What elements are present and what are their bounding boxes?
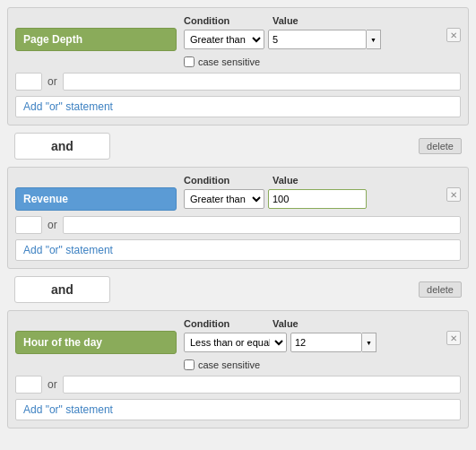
case-sensitive-checkbox-1[interactable] xyxy=(184,56,195,67)
delete-btn-1[interactable]: delete xyxy=(419,138,462,154)
value-header-2: Value xyxy=(273,175,380,186)
value-dropdown-btn-1[interactable] xyxy=(367,30,381,49)
value-header-3: Value xyxy=(273,318,380,329)
field-label-3: Hour of the day xyxy=(15,331,177,354)
value-input-2[interactable] xyxy=(268,189,367,209)
or-row-3: or xyxy=(15,376,461,394)
or-input-1[interactable] xyxy=(63,73,461,91)
case-sensitive-row-1: case sensitive xyxy=(184,56,461,67)
case-sensitive-label-1: case sensitive xyxy=(198,56,260,67)
or-label-2: or xyxy=(48,219,57,231)
and-label-1: and xyxy=(14,133,110,160)
condition-area-3: Greater than Less than Equal to Less tha… xyxy=(184,333,376,352)
add-or-btn-2[interactable]: Add "or" statement xyxy=(15,239,461,261)
and-label-2: and xyxy=(14,276,110,303)
filter-builder: Condition Value Page Depth Greater than … xyxy=(0,0,476,439)
condition-select-1[interactable]: Greater than Less than Equal to Less tha… xyxy=(184,30,264,49)
or-row-2: or xyxy=(15,216,461,234)
or-input-2[interactable] xyxy=(63,216,461,234)
condition-header-3: Condition xyxy=(184,318,269,329)
column-headers-1: Condition Value xyxy=(184,15,461,26)
rule-block-3: Condition Value Hour of the day Greater … xyxy=(7,310,469,428)
value-container-3 xyxy=(290,333,376,352)
column-headers-2: Condition Value xyxy=(184,175,461,186)
or-label-3: or xyxy=(48,378,57,391)
condition-header-1: Condition xyxy=(184,15,269,26)
close-btn-1[interactable]: ✕ xyxy=(446,28,461,42)
case-sensitive-row-3: case sensitive xyxy=(184,359,461,370)
value-header-1: Value xyxy=(273,15,380,26)
value-input-3[interactable] xyxy=(290,333,362,352)
or-input-3[interactable] xyxy=(63,376,461,394)
value-container-2 xyxy=(268,189,367,209)
rule-block-1: Condition Value Page Depth Greater than … xyxy=(7,7,469,125)
close-btn-3[interactable]: ✕ xyxy=(446,331,461,345)
condition-select-3[interactable]: Greater than Less than Equal to Less tha… xyxy=(184,333,287,352)
value-dropdown-btn-3[interactable] xyxy=(362,333,376,352)
close-btn-2[interactable]: ✕ xyxy=(446,187,461,202)
field-label-1: Page Depth xyxy=(15,28,177,51)
and-connector-2: and delete xyxy=(7,273,469,307)
or-box-2 xyxy=(15,216,42,234)
condition-row-3: Hour of the day Greater than Less than E… xyxy=(15,331,461,354)
delete-btn-2[interactable]: delete xyxy=(419,281,462,298)
or-row-1: or xyxy=(15,73,461,91)
chevron-down-icon-3 xyxy=(366,339,372,347)
condition-area-1: Greater than Less than Equal to Less tha… xyxy=(184,30,381,49)
or-box-1 xyxy=(15,73,42,91)
value-container-1 xyxy=(268,30,381,49)
or-box-3 xyxy=(15,376,42,394)
value-input-1[interactable] xyxy=(268,30,367,49)
condition-header-2: Condition xyxy=(184,175,269,186)
case-sensitive-label-3: case sensitive xyxy=(198,359,260,370)
field-label-2: Revenue xyxy=(15,187,177,211)
condition-area-2: Greater than Less than Equal to Less tha… xyxy=(184,189,367,209)
case-sensitive-checkbox-3[interactable] xyxy=(184,359,195,370)
condition-row-2: Revenue Greater than Less than Equal to … xyxy=(15,187,461,211)
add-or-btn-3[interactable]: Add "or" statement xyxy=(15,399,461,420)
or-label-1: or xyxy=(48,75,57,88)
chevron-down-icon-1 xyxy=(370,36,376,44)
and-connector-1: and delete xyxy=(7,129,469,163)
add-or-btn-1[interactable]: Add "or" statement xyxy=(15,96,461,117)
rule-block-2: Condition Value Revenue Greater than Les… xyxy=(7,167,469,269)
condition-row-1: Page Depth Greater than Less than Equal … xyxy=(15,28,461,51)
condition-select-2[interactable]: Greater than Less than Equal to Less tha… xyxy=(184,189,264,209)
column-headers-3: Condition Value xyxy=(184,318,461,329)
